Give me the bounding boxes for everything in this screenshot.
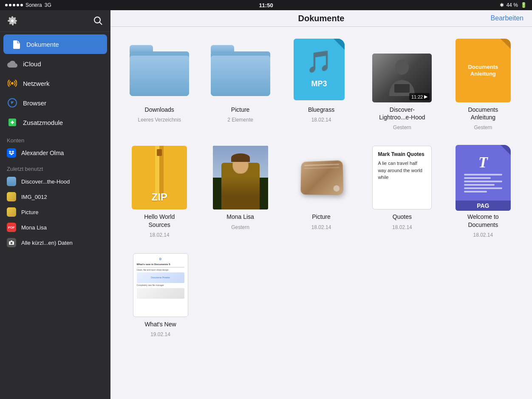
plus-square-icon (7, 117, 18, 128)
recent-item-4[interactable]: Alle kürzl...en) Daten (0, 235, 110, 250)
file-item-downloads[interactable]: Downloads Leeres Verzeichnis (119, 35, 200, 134)
file-thumb-monalisa (209, 146, 272, 209)
file-grid: Downloads Leeres Verzeichnis Picture 2 E… (110, 27, 532, 399)
dokumente-label: Dokumente (26, 41, 59, 48)
quotes-doc-text: A lie can travel half way around the wor… (378, 160, 426, 181)
svg-rect-12 (394, 84, 410, 93)
file-subtitle-downloads: Leeres Verzeichnis (138, 117, 181, 123)
video-frame: 11:22 ▶ (372, 54, 432, 102)
file-subtitle-picture-folder: 2 Elemente (227, 117, 253, 123)
file-date-discover: Gestern (393, 125, 411, 130)
file-item-monalisa[interactable]: Mona Lisa Gestern (200, 142, 280, 241)
file-name-bluegrass: Bluegrass (308, 106, 334, 113)
zip-label: ZIP (152, 191, 167, 203)
file-item-discover[interactable]: 11:22 ▶ Discover-Lightroo...e-Hood Geste… (362, 35, 442, 134)
folder-icon (130, 45, 189, 96)
recent-label-2: Picture (21, 209, 38, 215)
sidebar-item-icloud[interactable]: iCloud (0, 54, 110, 74)
account-label: Alexander Olma (21, 150, 64, 156)
app-container: Dokumente iCloud (0, 10, 532, 399)
file-item-zip[interactable]: ZIP Hello WorldSources 18.02.14 (119, 142, 200, 241)
edit-button[interactable]: Bearbeiten (491, 14, 524, 22)
recent-item-2[interactable]: Picture (0, 204, 110, 220)
svg-rect-10 (11, 241, 12, 241)
recent-item-0[interactable]: Discover...the-Hood (0, 174, 110, 189)
file-date-picture-hd: 18.02.14 (311, 224, 331, 230)
pag-badge: PAG (456, 201, 511, 211)
battery-level: 44 % (507, 2, 518, 8)
recent-label-0: Discover...the-Hood (21, 178, 70, 185)
file-item-welcome[interactable]: T PAG Welcome toDocu (443, 142, 524, 241)
main-header: Dokumente Bearbeiten (110, 10, 532, 27)
file-item-anleitung[interactable]: DocumentsAnleitung DocumentsAnleitung Ge… (443, 35, 524, 134)
battery-icon: 🔋 (521, 2, 527, 8)
sidebar-header (0, 10, 110, 32)
status-bar-right: ✱ 44 % 🔋 (500, 2, 527, 8)
video-thumbnail: 11:22 ▶ (372, 54, 432, 102)
search-icon (93, 16, 103, 25)
zip-file-icon: ZIP (132, 146, 187, 209)
doc-icon (11, 40, 20, 49)
person-silhouette (385, 58, 419, 98)
file-thumb-zip: ZIP (127, 146, 191, 209)
file-name-welcome: Welcome toDocuments (467, 213, 499, 228)
file-name-anleitung: DocumentsAnleitung (468, 106, 498, 121)
file-date-anleitung: Gestern (474, 125, 492, 130)
pag-file-icon: T PAG (456, 145, 511, 211)
file-date-quotes: 18.02.14 (392, 224, 412, 230)
header-right: Bearbeiten (491, 14, 524, 22)
file-thumb-welcome: T PAG (451, 146, 515, 209)
file-date-bluegrass: 18.02.14 (311, 117, 331, 123)
sidebar-item-netzwerk[interactable]: Netzwerk (0, 74, 110, 93)
file-item-bluegrass[interactable]: 🎵 MP3 Bluegrass 18.02.14 (281, 35, 362, 134)
file-name-discover: Discover-Lightroo...e-Hood (379, 106, 425, 121)
carrier-name: Sonera (25, 2, 42, 8)
file-item-picture-folder[interactable]: Picture 2 Elemente (200, 35, 280, 134)
file-thumb-discover: 11:22 ▶ (370, 39, 434, 102)
file-row-2: ZIP Hello WorldSources 18.02.14 (119, 142, 524, 241)
network-type: 3G (45, 2, 51, 8)
monalisa-thumb (213, 146, 268, 209)
sidebar-item-browser[interactable]: Browser (0, 93, 110, 113)
sidebar-item-dokumente[interactable]: Dokumente (3, 34, 107, 54)
recent-item-3[interactable]: PDF Mona Lisa (0, 220, 110, 235)
file-thumb-downloads (127, 39, 191, 102)
quotes-text-content: A lie can travel half way around the wor… (378, 161, 422, 180)
network-icon (7, 78, 18, 89)
quotes-doc-icon: Mark Twain Quotes A lie can travel half … (372, 146, 432, 209)
file-name-quotes: Quotes (393, 213, 412, 221)
file-name-monalisa: Mona Lisa (226, 213, 254, 221)
play-icon: ▶ (424, 94, 427, 99)
whatsnew-doc-icon: D What's new in Documents 5 Clean, flat … (133, 253, 188, 317)
document-icon (10, 39, 21, 50)
recent-item-1[interactable]: IMG_0012 (0, 189, 110, 204)
settings-button[interactable] (7, 15, 18, 26)
file-name-picture-folder: Picture (231, 106, 250, 113)
pag-t-letter: T (478, 153, 488, 171)
file-date-zip: 18.02.14 (150, 232, 170, 238)
sidebar: Dokumente iCloud (0, 10, 110, 399)
icloud-icon (7, 58, 18, 69)
recent-image-icon (7, 192, 16, 201)
file-item-quotes[interactable]: Mark Twain Quotes A lie can travel half … (362, 142, 442, 241)
harddrive-icon (296, 152, 347, 203)
file-name-downloads: Downloads (145, 106, 174, 113)
compass-icon (7, 97, 18, 108)
file-row-3: D What's new in Documents 5 Clean, flat … (119, 250, 524, 341)
recent-folder-icon (7, 177, 16, 186)
browser-label: Browser (23, 99, 46, 107)
recent-image2-icon (7, 207, 16, 217)
svg-point-2 (11, 82, 14, 85)
file-row-1: Downloads Leeres Verzeichnis Picture 2 E… (119, 35, 524, 134)
music-note-icon: 🎵 (306, 49, 332, 74)
page-title: Dokumente (298, 14, 345, 23)
file-thumb-anleitung: DocumentsAnleitung (451, 39, 515, 102)
sidebar-nav: Dokumente iCloud (0, 32, 110, 399)
file-item-whatsnew[interactable]: D What's new in Documents 5 Clean, flat … (119, 250, 202, 341)
sidebar-item-zusatzmodule[interactable]: Zusatzmodule (0, 113, 110, 132)
sidebar-item-account[interactable]: Alexander Olma (0, 145, 110, 161)
file-name-whatsnew: What's New (144, 320, 176, 328)
search-button[interactable] (93, 15, 104, 26)
file-item-picture-hd[interactable]: Picture 18.02.14 (281, 142, 362, 241)
yellow-doc-title: DocumentsAnleitung (464, 64, 501, 77)
